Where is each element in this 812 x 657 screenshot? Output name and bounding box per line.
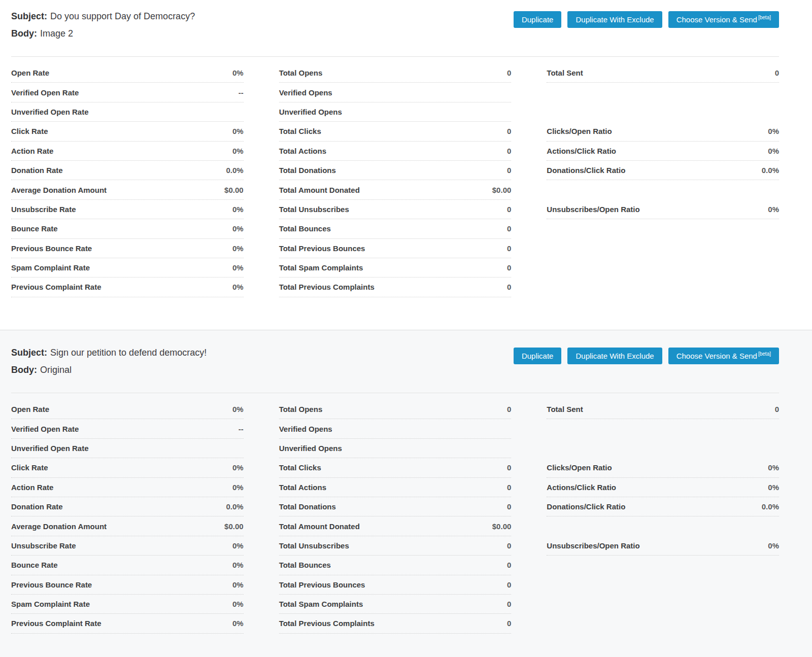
stat-label: Total Bounces [279,224,331,233]
stat-value: 0% [232,580,244,589]
stat-label: Click Rate [11,463,48,472]
stat-value: 0 [507,463,511,472]
stat-label: Previous Bounce Rate [11,244,92,253]
stat-row-spacer [547,439,779,458]
stat-value: 0 [507,68,511,77]
stat-value: 0% [232,283,244,291]
stat-row: Total Opens0 [279,63,512,83]
stat-label: Click Rate [11,127,48,135]
stat-label: Previous Complaint Rate [11,619,101,628]
stat-label: Total Clicks [279,463,321,472]
stat-label: Total Opens [279,405,323,413]
panel-2-stats-grid: Open Rate0%Verified Open Rate--Unverifie… [11,400,779,634]
stat-row: Verified Open Rate-- [11,419,244,438]
stat-label: Total Amount Donated [279,186,360,194]
stat-row: Total Actions0 [279,142,512,161]
stat-row-spacer [547,219,779,238]
rates-column: Open Rate0%Verified Open Rate--Unverifie… [11,63,244,297]
stat-label: Total Previous Complaints [279,619,375,628]
stat-row: Spam Complaint Rate0% [11,258,244,278]
stat-row: Unsubscribes/Open Ratio0% [547,536,779,556]
stat-row: Total Donations0 [279,497,512,516]
stat-value: 0% [232,263,244,272]
stat-row: Total Unsubscribes0 [279,536,512,556]
stat-value: -- [239,88,244,97]
stat-label: Unsubscribe Rate [11,205,76,214]
stat-row: Total Donations0 [279,161,512,180]
stat-value: 0% [232,224,244,233]
duplicate-button[interactable]: Duplicate [514,11,562,28]
stat-value: $0.00 [224,522,244,531]
stat-row: Unverified Open Rate [11,439,244,458]
stat-label: Total Donations [279,502,336,511]
panel-2-header-text: Subject:Sign our petition to defend demo… [11,347,207,376]
stat-row: Unverified Open Rate [11,102,244,122]
stat-label: Clicks/Open Ratio [547,127,612,135]
stat-label: Total Bounces [279,561,331,569]
body-label: Body: [11,28,37,39]
stat-value: 0 [507,600,511,608]
stat-label: Unverified Opens [279,444,342,453]
stat-row: Previous Complaint Rate0% [11,614,244,633]
stat-value: 0% [232,619,244,628]
stat-label: Total Sent [547,405,583,413]
stat-label: Total Sent [547,68,583,77]
stat-label: Average Donation Amount [11,522,107,531]
stat-value: 0% [768,147,779,155]
stat-row: Total Spam Complaints0 [279,595,512,614]
stat-value: $0.00 [492,522,512,531]
stat-label: Unverified Open Rate [11,444,89,453]
panel-2-header: Subject:Sign our petition to defend demo… [11,347,779,376]
stat-label: Donations/Click Ratio [547,502,625,511]
subject-text: Do you support Day of Democracy? [50,11,195,21]
stat-value: 0% [232,147,244,155]
stat-row: Previous Bounce Rate0% [11,239,244,258]
stat-row-spacer [547,595,779,614]
duplicate-with-exclude-button[interactable]: Duplicate With Exclude [567,11,662,28]
stat-value: 0% [768,205,779,214]
stat-value: 0 [507,561,511,569]
body-text: Original [40,365,72,375]
stat-label: Actions/Click Ratio [547,147,616,155]
stat-row: Total Previous Bounces0 [279,575,512,595]
stat-row: Average Donation Amount$0.00 [11,516,244,536]
stat-row: Open Rate0% [11,63,244,83]
stat-label: Unsubscribes/Open Ratio [547,205,639,214]
stat-value: 0 [507,619,511,628]
ratios-column: Total Sent0Clicks/Open Ratio0%Actions/Cl… [547,63,779,297]
stat-value: 0 [507,244,511,253]
stat-value: 0% [232,561,244,569]
stat-row: Click Rate0% [11,458,244,477]
duplicate-with-exclude-button[interactable]: Duplicate With Exclude [567,348,662,364]
stat-row: Action Rate0% [11,142,244,161]
stat-row: Bounce Rate0% [11,556,244,575]
stat-row: Total Clicks0 [279,122,512,141]
header-divider [11,393,779,393]
stat-label: Bounce Rate [11,224,58,233]
stat-row-spacer [547,516,779,536]
subject-line: Subject:Do you support Day of Democracy? [11,10,195,22]
stat-row: Donations/Click Ratio0.0% [547,161,779,180]
choose-version-send-button[interactable]: Choose Version & Send[beta] [668,348,779,364]
stat-label: Clicks/Open Ratio [547,463,612,472]
stat-label: Total Spam Complaints [279,263,363,272]
stat-row: Unverified Opens [279,439,512,458]
stat-value: 0% [768,541,779,550]
beta-tag: [beta] [758,351,771,357]
stat-value: 0% [232,244,244,253]
stat-row: Total Sent0 [547,400,779,419]
choose-version-send-button[interactable]: Choose Version & Send[beta] [668,11,779,28]
body-text: Image 2 [40,28,73,39]
stat-row: Bounce Rate0% [11,219,244,238]
stat-value: 0% [768,483,779,492]
stat-row: Unsubscribe Rate0% [11,200,244,219]
stat-value: 0% [768,463,779,472]
stat-row: Spam Complaint Rate0% [11,595,244,614]
stat-row: Open Rate0% [11,400,244,419]
stat-row-spacer [547,614,779,633]
body-line: Body:Original [11,364,207,376]
stat-row: Actions/Click Ratio0% [547,478,779,497]
stat-label: Bounce Rate [11,561,58,569]
duplicate-button[interactable]: Duplicate [514,348,562,364]
stat-label: Donation Rate [11,166,63,175]
